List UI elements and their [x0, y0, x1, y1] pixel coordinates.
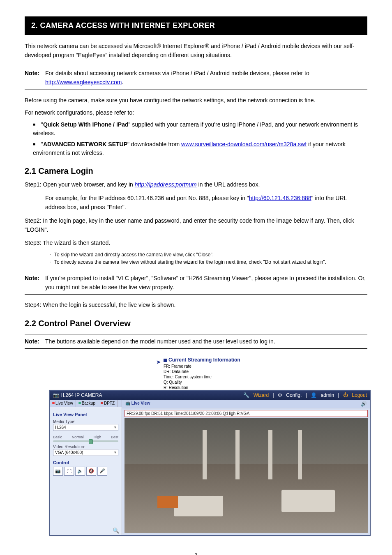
sep: |	[338, 392, 339, 398]
note-box-2: Note: If you're prompted to install "VLC…	[25, 271, 367, 295]
note-text: For details about accessing network came…	[45, 69, 367, 87]
bullet2-strong: ADVANCED NETWORK SETUP	[43, 141, 127, 147]
live-view-panel-header: Live View Panel	[53, 412, 118, 417]
q-high: High	[94, 435, 101, 439]
step4: Step4: When the login is successful, the…	[25, 300, 367, 309]
quality-row: Basic Normal High Best	[53, 435, 118, 439]
note-box-3: Note: The buttons available depend on th…	[25, 334, 367, 349]
control-label: Control	[53, 460, 118, 465]
vres-value: VGA (640x480)	[55, 450, 83, 455]
csi-line-1: DR: Data rate	[164, 369, 240, 374]
backup-icon	[78, 402, 81, 404]
note1-suffix: .	[122, 79, 123, 85]
csi-line-2: Time: Current system time	[164, 374, 240, 380]
scene-pillar	[298, 430, 302, 479]
step3-subitems: To skip the wizard and directly access t…	[25, 252, 367, 265]
note-box-1: Note: For details about accessing networ…	[25, 66, 367, 90]
step3: Step3: The wizard is then started.	[25, 238, 367, 247]
tab-backup[interactable]: Backup	[76, 400, 98, 407]
speaker-button[interactable]: 🔈	[75, 467, 85, 476]
csi-line-3: Q: Quality	[164, 380, 240, 385]
section-header: 2. CAMERA ACCESS WITH INTERNET EXPLORER	[25, 16, 367, 35]
tab-dptz[interactable]: DPTZ	[98, 400, 118, 407]
left-panel: Live View Backup DPTZ Live View Panel Me…	[50, 400, 122, 535]
media-type-value: H.264	[55, 425, 66, 430]
nav-admin[interactable]: 👤 admin	[311, 392, 334, 398]
stream-info-bar: FR:29.08 fps DR:51 kbps Time:2011/09/20 …	[125, 410, 368, 417]
square-bullet-icon	[164, 359, 167, 362]
slider-thumb[interactable]	[89, 439, 93, 444]
speaker-icon[interactable]: 🔊	[361, 401, 367, 407]
dptz-icon	[101, 402, 103, 404]
title-bar-right: 🔧 Wizard | ⚙ Config. | 👤 admin | ⏻ Logou…	[241, 392, 367, 398]
zoom-icon[interactable]: 🔍	[113, 527, 119, 534]
step1-ex-link[interactable]: http://60.121.46.236:888	[249, 195, 311, 201]
step1-post: in the URL address box.	[198, 181, 260, 188]
bullet-item-2: "ADVANCED NETWORK SETUP" downloadable fr…	[33, 140, 367, 157]
scene-wall	[125, 418, 368, 470]
step2: Step2: In the login page, key in the use…	[25, 216, 367, 235]
note2-text: If you're prompted to install "VLC playe…	[45, 274, 367, 292]
media-type-select[interactable]: H.264 ▾	[53, 424, 118, 431]
config-bullet-list: "Quick Setup With iPhone / iPad" supplie…	[25, 120, 367, 157]
scene-pillar	[235, 430, 240, 479]
intro-paragraph: This network camera can be accessed via …	[25, 41, 367, 60]
mic-button[interactable]: 🎤	[97, 467, 107, 476]
vres-select[interactable]: VGA (640x480) ▾	[53, 449, 118, 456]
video-area	[125, 418, 368, 533]
bullet-item-1: "Quick Setup With iPhone / iPad" supplie…	[33, 120, 367, 138]
note1-link[interactable]: http://www.eagleeyescctv.com	[45, 79, 122, 85]
csi-line-4: R: Resolution	[164, 385, 240, 390]
step1-ex-pre: For example, for the IP address 60.121.4…	[45, 195, 249, 201]
scene-pillar	[203, 430, 207, 479]
step1-example: For example, for the IP address 60.121.4…	[25, 193, 367, 212]
note1-prefix: For details about accessing network came…	[45, 70, 309, 76]
scene-sofa	[281, 490, 335, 512]
tab-live-view[interactable]: Live View	[50, 400, 76, 407]
bullet2-link[interactable]: www.surveillance-download.com/user/m328a…	[181, 141, 307, 147]
step1: Step1: Open your web browser, and key in…	[25, 180, 367, 189]
scene-pillar	[268, 430, 272, 479]
main-view: 📺 Live View 🔊 FR:29.08 fps DR:51 kbps Ti…	[122, 400, 370, 535]
step1-link[interactable]: http://ipaddress:portnum	[135, 181, 197, 188]
chevron-down-icon: ▾	[114, 425, 116, 429]
q-normal: Normal	[72, 435, 84, 439]
window-title: 📷 H.264 IP CAMERA	[53, 392, 102, 398]
heading-2-1: 2.1 Camera Login	[25, 166, 367, 176]
nav-wizard[interactable]: 🔧 Wizard	[243, 392, 269, 398]
title-bar: 📷 H.264 IP CAMERA 🔧 Wizard | ⚙ Config. |…	[50, 391, 370, 400]
snapshot-button[interactable]: 📷	[53, 467, 63, 476]
q-best: Best	[111, 435, 118, 439]
sep: |	[272, 392, 274, 398]
nav-logout[interactable]: ⏻ Logout	[343, 392, 367, 398]
note2-label: Note:	[25, 274, 45, 292]
bullet1-strong: Quick Setup With iPhone / iPad	[43, 121, 129, 128]
heading-2-2: 2.2 Control Panel Overview	[25, 319, 367, 328]
for-config-paragraph: For network configurations, please refer…	[25, 108, 367, 117]
sep: |	[306, 392, 307, 398]
note3-text: The buttons available depend on the mode…	[45, 337, 367, 346]
note-label: Note:	[25, 69, 45, 87]
csi-line-0: FR: Frame rate	[164, 364, 240, 369]
step1-pre: Open your web browser, and key in	[43, 181, 134, 188]
chevron-down-icon: ▾	[114, 450, 116, 454]
note3-label: Note:	[25, 337, 45, 346]
q-basic: Basic	[53, 435, 62, 439]
live-view-icon	[52, 402, 55, 404]
media-type-label: Media Type:	[53, 419, 118, 424]
main-live-view-tab: 📺 Live View 🔊	[122, 400, 370, 408]
mute-button[interactable]: 🔇	[86, 467, 96, 476]
fullscreen-button[interactable]: ⛶	[64, 467, 74, 476]
scene-sofa	[174, 496, 223, 516]
bullet2-rest-pre: " downloadable from	[127, 141, 181, 147]
step3-sub-2: To directly access the camera live view …	[49, 259, 367, 265]
main-tab-label: Live View	[131, 401, 150, 405]
vres-label: Video Resolution:	[53, 444, 118, 449]
left-tabs: Live View Backup DPTZ	[50, 400, 122, 407]
step3-sub-1: To skip the wizard and directly access t…	[49, 252, 367, 258]
quality-slider[interactable]	[53, 440, 118, 442]
step1-label: Step1:	[25, 181, 41, 188]
nav-config[interactable]: ⚙ Config.	[278, 392, 302, 398]
csi-legend: ➤ Current Streaming Information FR: Fram…	[156, 357, 367, 390]
scene-table	[157, 496, 178, 508]
